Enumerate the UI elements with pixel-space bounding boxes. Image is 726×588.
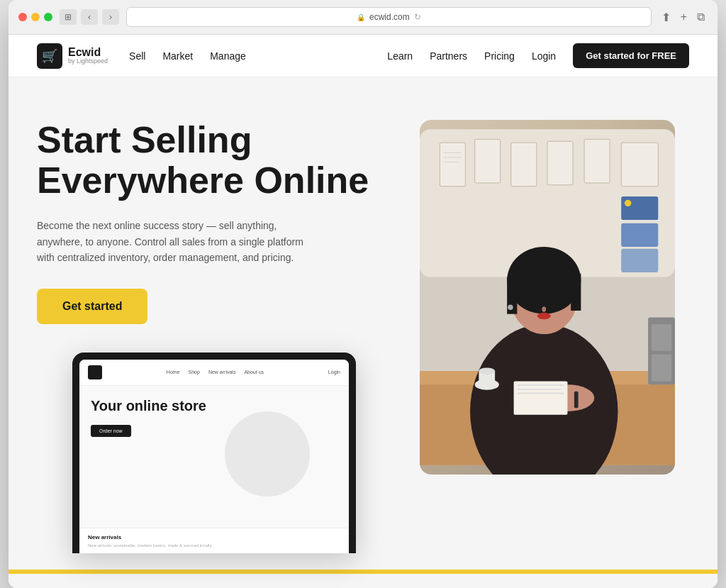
svg-rect-32	[514, 270, 574, 287]
svg-rect-7	[621, 143, 658, 187]
tablet-screen: Home Shop New arrivals About us Login	[79, 360, 349, 553]
hero-description: Become the next online success story — s…	[37, 218, 306, 265]
nav-manage[interactable]: Manage	[210, 48, 246, 65]
hero-title: Start Selling Everywhere Online	[37, 120, 398, 201]
tablet-nav: Home Shop New arrivals About us Login	[79, 360, 349, 386]
hero-image	[420, 120, 675, 475]
browser-actions: ⬆ + ⧉	[659, 9, 708, 26]
tablet-new-arrivals-desc: New arrivals: sustainable, modern basics…	[88, 543, 340, 548]
hero-right	[420, 120, 689, 475]
tabs-button[interactable]: ⧉	[694, 9, 708, 25]
svg-rect-49	[652, 355, 671, 382]
logo-sub: by Lightspeed	[68, 58, 108, 65]
tablet-hero-text: Your online store Order now	[91, 397, 206, 437]
logo-icon: 🛒	[37, 43, 62, 69]
url-text: ecwid.com	[369, 12, 410, 22]
traffic-lights	[18, 13, 52, 21]
svg-rect-2	[440, 143, 465, 187]
svg-rect-46	[517, 393, 564, 394]
bottom-accent-bar	[9, 570, 717, 574]
browser-controls: ⊞ ‹ ›	[60, 9, 119, 25]
svg-rect-4	[511, 143, 537, 187]
tablet-mockup: Home Shop New arrivals About us Login	[72, 353, 356, 553]
nav-pricing[interactable]: Pricing	[484, 48, 515, 65]
svg-rect-11	[621, 196, 658, 220]
svg-rect-13	[621, 249, 658, 272]
back-button[interactable]: ‹	[81, 9, 98, 25]
svg-rect-48	[652, 324, 671, 351]
svg-point-36	[537, 313, 551, 319]
hero-image-svg	[420, 120, 675, 475]
tablet-new-arrivals-title: New arrivals	[88, 534, 340, 540]
tablet-decoration-circle	[225, 411, 310, 497]
hero-content: Start Selling Everywhere Online Become t…	[9, 77, 717, 509]
tablet-nav-home: Home	[167, 370, 180, 375]
logo[interactable]: 🛒 Ecwid by Lightspeed	[37, 43, 108, 69]
address-bar[interactable]: 🔒 ecwid.com ↻	[126, 7, 652, 27]
minimize-button[interactable]	[31, 13, 40, 21]
svg-rect-5	[547, 141, 573, 185]
tablet-hero-area: Your online store Order now	[79, 386, 349, 528]
nav-partners[interactable]: Partners	[430, 48, 467, 65]
tablet-preview-area: Home Shop New arrivals About us Login	[37, 353, 398, 509]
nav-login[interactable]: Login	[532, 48, 556, 65]
nav-market[interactable]: Market	[162, 48, 193, 65]
hero-section: Start Selling Everywhere Online Become t…	[9, 77, 717, 574]
svg-rect-45	[517, 389, 561, 390]
tablet-nav-items: Home Shop New arrivals About us	[167, 370, 264, 375]
nav-left: 🛒 Ecwid by Lightspeed Sell Market Manage	[37, 43, 246, 69]
hero-left: Start Selling Everywhere Online Become t…	[37, 120, 398, 509]
refresh-icon[interactable]: ↻	[414, 12, 421, 22]
forward-button[interactable]: ›	[102, 9, 119, 25]
svg-rect-44	[517, 384, 564, 386]
tablet-order-now-button[interactable]: Order now	[91, 425, 131, 437]
tablet-nav-new-arrivals: New arrivals	[208, 370, 236, 375]
close-button[interactable]	[18, 13, 27, 21]
svg-point-37	[508, 304, 513, 310]
nav-sell[interactable]: Sell	[129, 48, 145, 65]
new-tab-button[interactable]: +	[678, 9, 690, 25]
hero-get-started-button[interactable]: Get started	[37, 289, 147, 324]
fullscreen-button[interactable]	[44, 13, 52, 21]
tablet-new-arrivals-section: New arrivals New arrivals: sustainable, …	[79, 528, 349, 553]
svg-rect-39	[574, 392, 579, 409]
svg-point-14	[625, 200, 631, 206]
navbar: 🛒 Ecwid by Lightspeed Sell Market Manage…	[9, 35, 717, 77]
svg-rect-12	[621, 223, 658, 247]
svg-point-34	[549, 298, 559, 304]
nav-learn[interactable]: Learn	[387, 48, 413, 65]
browser-chrome: ⊞ ‹ › 🔒 ecwid.com ↻ ⬆ + ⧉	[9, 0, 717, 35]
nav-get-started-button[interactable]: Get started for FREE	[573, 43, 689, 68]
window-layout-button[interactable]: ⊞	[60, 9, 77, 25]
svg-point-35	[542, 306, 546, 312]
lock-icon: 🔒	[357, 13, 365, 21]
logo-name: Ecwid	[68, 46, 108, 59]
logo-text: Ecwid by Lightspeed	[68, 46, 108, 65]
share-button[interactable]: ⬆	[659, 9, 674, 26]
nav-menu-primary: Sell Market Manage	[129, 48, 246, 65]
tablet-nav-login: Login	[328, 370, 340, 375]
website-content: 🛒 Ecwid by Lightspeed Sell Market Manage…	[9, 35, 717, 588]
browser-window: ⊞ ‹ › 🔒 ecwid.com ↻ ⬆ + ⧉ 🛒 Ecwi	[9, 0, 717, 588]
nav-right: Learn Partners Pricing Login Get started…	[387, 43, 689, 68]
svg-point-33	[529, 298, 538, 304]
svg-point-42	[479, 367, 495, 374]
tablet-nav-about: About us	[244, 370, 264, 375]
svg-rect-3	[475, 139, 501, 183]
svg-rect-6	[584, 139, 610, 183]
tablet-store-title: Your online store	[91, 397, 206, 414]
cart-icon: 🛒	[42, 48, 57, 64]
tablet-frame: Home Shop New arrivals About us Login	[72, 353, 356, 553]
tablet-nav-shop: Shop	[189, 370, 200, 375]
tablet-logo-icon	[88, 365, 102, 379]
svg-rect-43	[514, 381, 568, 414]
